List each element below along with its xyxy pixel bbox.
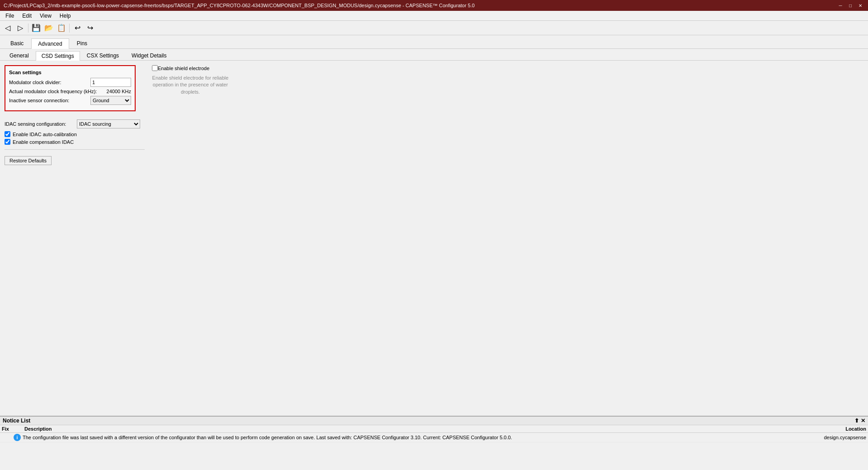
menu-item-file[interactable]: File	[2, 12, 18, 20]
notice-title: Notice List	[3, 418, 30, 424]
menu-item-edit[interactable]: Edit	[19, 12, 35, 20]
menu-bar: FileEditViewHelp	[0, 11, 868, 21]
idac-auto-cal-row: Enable IDAC auto-calibration	[5, 131, 863, 137]
notice-row: i The configuration file was last saved …	[0, 433, 868, 442]
idac-auto-cal-label[interactable]: Enable IDAC auto-calibration	[13, 132, 77, 137]
toolbar-undo[interactable]: ↩	[71, 22, 83, 34]
menu-item-view[interactable]: View	[36, 12, 55, 20]
actual-modulator-value: 24000 KHz	[107, 89, 131, 94]
sub-tabs: General CSD Settings CSX Settings Widget…	[0, 49, 868, 61]
notice-close-icon[interactable]: ✕	[861, 418, 865, 424]
scan-settings-title: Scan settings	[9, 70, 131, 75]
col-desc-header: Description	[24, 426, 803, 432]
restore-section: Restore Defaults	[5, 149, 145, 165]
close-button[interactable]: ✕	[856, 2, 864, 9]
tab-advanced[interactable]: Advanced	[31, 38, 69, 49]
toolbar: ◁ ▷ 💾 📂 📋 ↩ ↪	[0, 21, 868, 35]
notice-info-icon: i	[14, 434, 21, 441]
shield-description: Enable shield electrode for reliable ope…	[152, 75, 229, 95]
idac-comp-label[interactable]: Enable compensation IDAC	[13, 139, 74, 145]
toolbar-back[interactable]: ◁	[2, 22, 14, 34]
restore-defaults-button[interactable]: Restore Defaults	[5, 156, 52, 165]
modulator-clock-divider-label: Modulator clock divider:	[9, 80, 90, 85]
notice-list: Notice List ⬆ ✕ Fix Description Location…	[0, 416, 868, 470]
toolbar-redo[interactable]: ↪	[84, 22, 96, 34]
panel-content: Scan settings Modulator clock divider: A…	[0, 61, 868, 416]
shield-checkbox-row: Enable shield electrode	[152, 65, 229, 71]
toolbar-copy[interactable]: 📋	[56, 22, 67, 34]
idac-sensing-label: IDAC sensing configuration:	[5, 121, 77, 127]
notice-expand-icon[interactable]: ⬆	[854, 418, 859, 424]
modulator-clock-divider-row: Modulator clock divider:	[9, 78, 131, 87]
actual-modulator-label: Actual modulator clock frequency (kHz):	[9, 89, 107, 94]
notice-location-cell: design.cycapsense	[803, 435, 866, 440]
idac-auto-cal-checkbox[interactable]	[5, 131, 10, 137]
inactive-sensor-label: Inactive sensor connection:	[9, 98, 90, 103]
toolbar-save[interactable]: 💾	[30, 22, 42, 34]
toolbar-open[interactable]: 📂	[43, 22, 55, 34]
shield-section: Enable shield electrode Enable shield el…	[152, 65, 229, 95]
minimize-button[interactable]: ─	[836, 2, 844, 9]
idac-comp-row: Enable compensation IDAC	[5, 139, 863, 145]
title-bar: C:/Project/LPCap3_2/mtb-example-psoc6-lo…	[0, 0, 868, 11]
notice-desc-cell: The configuration file was last saved wi…	[23, 435, 803, 440]
col-location-header: Location	[803, 426, 866, 432]
notice-header-controls: ⬆ ✕	[854, 418, 865, 424]
notice-table-header: Fix Description Location	[0, 425, 868, 433]
inactive-sensor-row: Inactive sensor connection: Ground Hi-Z …	[9, 96, 131, 105]
col-fix-header: Fix	[2, 426, 15, 432]
sub-tab-csd-settings[interactable]: CSD Settings	[36, 51, 80, 61]
tab-basic[interactable]: Basic	[4, 38, 30, 48]
idac-sensing-select[interactable]: IDAC sourcing IDAC sinking	[77, 119, 140, 128]
menu-item-help[interactable]: Help	[56, 12, 75, 20]
idac-section: IDAC sensing configuration: IDAC sourcin…	[5, 119, 863, 145]
idac-comp-checkbox[interactable]	[5, 139, 10, 145]
title-text: C:/Project/LPCap3_2/mtb-example-psoc6-lo…	[4, 3, 475, 8]
content-area: General CSD Settings CSX Settings Widget…	[0, 49, 868, 416]
modulator-clock-divider-input[interactable]	[90, 78, 131, 87]
actual-modulator-row: Actual modulator clock frequency (kHz): …	[9, 89, 131, 94]
scan-settings-group: Scan settings Modulator clock divider: A…	[5, 65, 136, 111]
sub-tab-csx-settings[interactable]: CSX Settings	[81, 51, 125, 60]
sub-tab-general[interactable]: General	[4, 51, 35, 60]
toolbar-forward[interactable]: ▷	[14, 22, 26, 34]
main-tabs: Basic Advanced Pins	[0, 35, 868, 49]
tab-pins[interactable]: Pins	[70, 38, 94, 48]
shield-label[interactable]: Enable shield electrode	[158, 66, 209, 71]
sub-tab-widget-details[interactable]: Widget Details	[126, 51, 172, 60]
notice-rows: i The configuration file was last saved …	[0, 433, 868, 470]
title-bar-controls: ─ □ ✕	[836, 2, 864, 9]
toolbar-sep2	[69, 24, 70, 33]
notice-header: Notice List ⬆ ✕	[0, 417, 868, 425]
inactive-sensor-select[interactable]: Ground Hi-Z Shield	[90, 96, 131, 105]
shield-checkbox[interactable]	[152, 65, 158, 71]
toolbar-sep1	[28, 24, 28, 33]
idac-sensing-row: IDAC sensing configuration: IDAC sourcin…	[5, 119, 863, 128]
maximize-button[interactable]: □	[846, 2, 854, 9]
